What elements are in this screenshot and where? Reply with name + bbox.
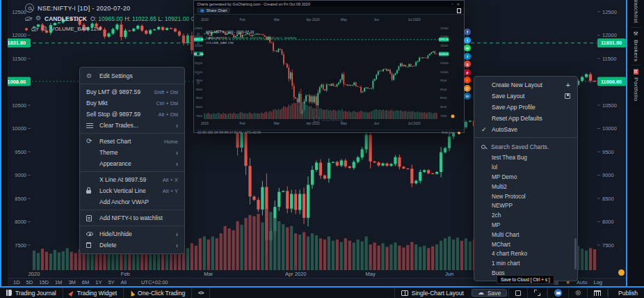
- saved-chart-test-thea-bug[interactable]: test Thea Bug: [474, 153, 577, 163]
- menu-item-autosave[interactable]: ✓AutoSave: [474, 124, 577, 135]
- preview-window-controls[interactable]: ▫ ✕: [452, 2, 461, 6]
- drawing-toolbar-collapsed[interactable]: [1, 0, 8, 287]
- saved-chart-mp[interactable]: MP: [474, 221, 577, 230]
- floppy-icon: [565, 93, 570, 99]
- series-settings-gear-icon[interactable]: ⚙: [35, 15, 41, 22]
- menu-item-lock-vertical-line[interactable]: Lock Vertical LineAlt + Y: [80, 185, 184, 196]
- trading-journal-button[interactable]: Trading Journal: [0, 288, 63, 298]
- copy-chart-icon[interactable]: [457, 8, 461, 13]
- share-social-button-1[interactable]: t: [464, 37, 471, 44]
- svg-text:2020: 2020: [201, 122, 209, 125]
- menu-item-reset-chart[interactable]: ⟳Reset ChartHome: [80, 136, 184, 147]
- menu-item-hide-unhide[interactable]: Hide/Unhide›: [80, 228, 184, 240]
- camera-button[interactable]: [547, 288, 568, 298]
- timeframe-5y[interactable]: 5Y: [108, 279, 114, 285]
- svg-text:Apr 2020: Apr 2020: [285, 271, 306, 277]
- code-button[interactable]: <>: [192, 288, 210, 298]
- symbol-title[interactable]: NSE:NIFTY-I [1D] - 2020-07-20: [38, 5, 130, 12]
- target-button[interactable]: ◎: [568, 288, 587, 298]
- menu-shortcut: Alt + X: [163, 177, 178, 183]
- menu-item-buy-lmt-9897-59[interactable]: Buy LMT @ 9897.59Shift + Dbl: [80, 86, 184, 97]
- menu-item-label: Reset App Defaults: [492, 115, 570, 122]
- timezone-label[interactable]: UTC+02:00: [141, 279, 168, 285]
- share-social-button-2[interactable]: w: [464, 45, 471, 52]
- hide-series-icon[interactable]: [25, 17, 32, 21]
- one-click-trading-button[interactable]: One-Click Trading: [124, 288, 192, 298]
- svg-text:7500: 7500: [440, 114, 447, 118]
- symbol-search-icon[interactable]: [25, 3, 34, 13]
- menu-item-create-new-layout[interactable]: Create New Layout+: [474, 79, 577, 91]
- square-button[interactable]: [508, 288, 527, 298]
- svg-text:Apr 2020: Apr 2020: [306, 18, 320, 22]
- preview-titlebar[interactable]: Charts generated by GoCharting.com - Cre…: [194, 1, 464, 7]
- svg-text:10500: 10500: [602, 102, 617, 109]
- tab-brokers[interactable]: ⚒ Brokers: [633, 28, 639, 65]
- menu-scrollbar[interactable]: [574, 238, 577, 269]
- svg-text:11500: 11500: [602, 56, 616, 62]
- share-social-button-4[interactable]: g: [464, 61, 471, 68]
- publish-button[interactable]: Publish: [608, 288, 644, 298]
- share-social-button-3[interactable]: t: [464, 53, 471, 60]
- svg-text:7500: 7500: [602, 242, 614, 249]
- menu-item-label: Reset Chart: [99, 138, 164, 145]
- menu-item-reset-app-defaults[interactable]: Reset App Defaults: [474, 113, 577, 124]
- share-social-button-0[interactable]: f: [464, 29, 471, 36]
- saved-chart-2ch[interactable]: 2ch: [474, 211, 577, 221]
- share-social-button-6[interactable]: r: [464, 77, 471, 84]
- share-social-button-7[interactable]: @: [464, 85, 471, 92]
- volume-settings-gear-icon[interactable]: ⚙: [42, 26, 47, 32]
- expand-button[interactable]: [527, 288, 547, 298]
- preview-tab-share-chart[interactable]: ▦ Share Chart: [197, 8, 230, 13]
- log-scale-toggle[interactable]: Log: [593, 279, 602, 285]
- chart-frame-left-accent: [0, 0, 1, 287]
- timeframe-15d[interactable]: 15D: [39, 279, 49, 285]
- saved-chart-1-min-chart[interactable]: 1 min chart: [474, 259, 577, 269]
- timeframe-3m[interactable]: 3M: [68, 279, 75, 285]
- submenu-arrow-icon: ›: [176, 149, 178, 157]
- saved-chart-new-protocol[interactable]: New Protocol: [474, 191, 577, 201]
- menu-item-edit-settings[interactable]: ⚙Edit Settings: [80, 70, 184, 81]
- tab-watchlist[interactable]: Watchlist: [633, 0, 639, 27]
- share-social-button-5[interactable]: p: [464, 69, 471, 76]
- menu-item-add-nifty-i-to-watchlist[interactable]: Add NIFTY-I to watchlist: [80, 212, 184, 224]
- menu-item-sell-stop-9897-59[interactable]: Sell Stop @ 9897.59Alt + Dbl: [80, 109, 184, 120]
- menu-item-appearance[interactable]: Appearance›: [80, 158, 184, 169]
- save-button[interactable]: ☁Save: [472, 289, 507, 297]
- single-chart-layout-button[interactable]: Single-Chart Layout: [394, 288, 470, 298]
- menu-item-x-line-at-9897-59[interactable]: X Line At 9897.59Alt + X: [80, 174, 184, 185]
- menu-shortcut: Alt + Dbl: [158, 111, 178, 118]
- saved-chart-4-chart-renko[interactable]: 4 chart Renko: [474, 249, 577, 259]
- menu-item-theme[interactable]: Theme›: [80, 147, 184, 158]
- hide-volume-icon[interactable]: [31, 27, 38, 31]
- timeframe-all[interactable]: All: [121, 279, 127, 285]
- timeframe-6m[interactable]: 6M: [82, 279, 89, 285]
- tab-portfolio[interactable]: Portfolio: [633, 65, 639, 105]
- bank-button[interactable]: [587, 288, 607, 298]
- saved-chart-mp-demo[interactable]: MP Demo: [474, 173, 577, 182]
- timeframe-1m[interactable]: 1M: [55, 279, 62, 285]
- saved-chart-multi-chart[interactable]: Multi Chart: [474, 230, 577, 240]
- menu-item-save-app-profile[interactable]: Save App Profile: [474, 102, 577, 113]
- timeframe-1d[interactable]: 1D: [13, 279, 20, 285]
- menu-item-save-layout[interactable]: Save Layout: [474, 91, 577, 102]
- search-saved-charts[interactable]: Search Saved Charts.: [474, 140, 577, 153]
- menu-icon-slot: [86, 123, 99, 129]
- saved-chart-newpp[interactable]: NEWPP: [474, 201, 577, 211]
- saved-chart-multi2[interactable]: Multi2: [474, 182, 577, 191]
- menu-item-add-anchor-vwap[interactable]: Add Anchor VWAP: [80, 196, 184, 207]
- trash-icon: [86, 242, 91, 248]
- saved-chart-lol[interactable]: lol: [474, 163, 577, 173]
- status-bar-spacer: [210, 288, 394, 298]
- menu-item-delete[interactable]: Delete›: [80, 240, 184, 251]
- trading-widget-button[interactable]: Trading Widget: [63, 288, 124, 298]
- auto-scale-toggle[interactable]: Auto: [577, 279, 587, 285]
- saved-chart-mchart[interactable]: MChart: [474, 240, 577, 249]
- menu-item-buy-mkt[interactable]: Buy MktCtrl + Dbl: [80, 97, 184, 109]
- ohlc-value: 10921.00: [165, 15, 189, 22]
- share-social-button-8[interactable]: in: [464, 93, 471, 100]
- timeframe-5d[interactable]: 5D: [26, 279, 33, 285]
- timeframe-1y[interactable]: 1Y: [95, 279, 102, 285]
- preview-tab-label: Share Chart: [207, 8, 227, 13]
- svg-text:11831.80: 11831.80: [439, 38, 449, 41]
- menu-item-clear-trades[interactable]: Clear Trades...›: [80, 120, 184, 131]
